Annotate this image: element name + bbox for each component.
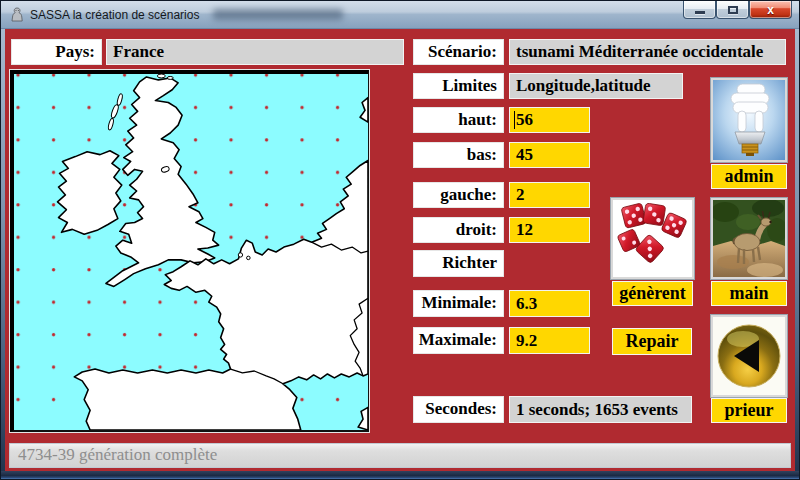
main-button[interactable]: main (711, 281, 787, 306)
text-caret (514, 111, 515, 129)
window-title: SASSA la création de scénarios (30, 8, 199, 22)
maximize-icon (728, 6, 738, 14)
limites-label: Limites (413, 73, 504, 99)
haut-input[interactable] (509, 107, 590, 133)
droit-label: droit: (413, 217, 504, 243)
haut-label: haut: (413, 107, 504, 133)
minimize-button[interactable] (683, 1, 716, 19)
scenario-label: Scénario: (413, 39, 504, 65)
richter-label: Richter (413, 250, 504, 277)
admin-button[interactable]: admin (711, 164, 787, 189)
pays-label: Pays: (11, 39, 102, 65)
title-bar[interactable]: SASSA la création de scénarios x (1, 1, 800, 29)
pays-input[interactable] (106, 39, 404, 65)
close-button[interactable]: x (749, 1, 792, 19)
main-image-antelope[interactable] (711, 198, 787, 279)
generent-image-dice[interactable] (611, 198, 694, 279)
repair-button[interactable]: Repair (612, 328, 692, 355)
minimize-icon (695, 11, 705, 14)
minimale-label: Minimale: (413, 290, 504, 317)
maximale-label: Maximale: (413, 327, 504, 354)
status-bar: 4734-39 génération complète (9, 443, 791, 468)
gauche-input[interactable] (509, 182, 590, 208)
europe-map[interactable] (10, 70, 369, 432)
maximale-input[interactable] (509, 327, 590, 354)
scenario-input[interactable] (509, 39, 786, 65)
minimale-input[interactable] (509, 290, 590, 317)
app-window: SASSA la création de scénarios x Pays: S… (0, 0, 800, 480)
bas-input[interactable] (509, 142, 590, 168)
redacted-title-text (213, 9, 343, 20)
prieur-button[interactable]: prieur (711, 398, 787, 423)
admin-image-lightbulb[interactable] (711, 78, 787, 162)
close-icon: x (767, 4, 774, 16)
window-border-bottom (1, 471, 800, 480)
droit-input[interactable] (509, 217, 590, 243)
limites-input[interactable] (509, 73, 683, 99)
window-border-left (1, 29, 5, 471)
generent-button[interactable]: génèrent (612, 281, 693, 306)
maximize-button[interactable] (716, 1, 749, 19)
window-border-right (795, 29, 799, 471)
app-icon (9, 7, 25, 23)
map-frame (9, 69, 370, 433)
secondes-input[interactable] (509, 396, 692, 423)
prieur-image-orb[interactable] (711, 315, 787, 397)
gauche-label: gauche: (413, 182, 504, 208)
secondes-label: Secondes: (413, 396, 504, 423)
bas-label: bas: (413, 142, 504, 168)
